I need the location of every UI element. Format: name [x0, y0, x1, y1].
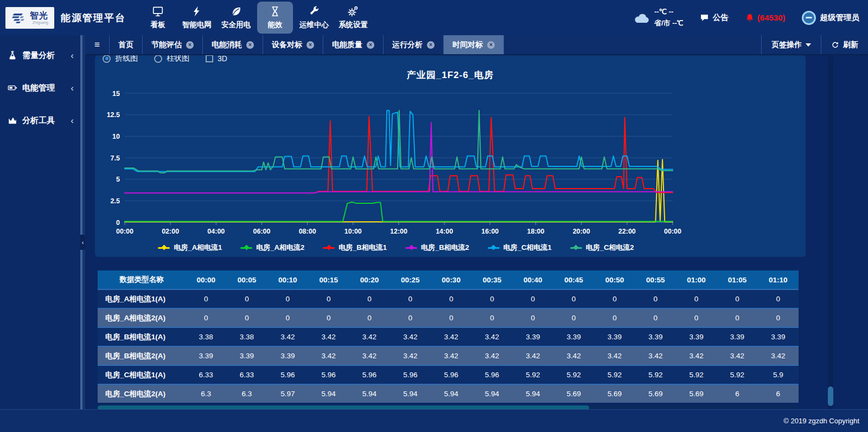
- value-cell: 0: [594, 308, 635, 327]
- tabs: 首页节能评估×电能消耗×设备对标×电能质量×运行分析×时间对标×: [110, 35, 504, 54]
- legend-item-5[interactable]: 电房_C相电流1: [488, 243, 552, 253]
- legend-item-6[interactable]: 电房_C相电流2: [570, 243, 634, 253]
- value-cell: 5.96: [267, 365, 308, 384]
- vertical-scrollbar: [828, 56, 833, 409]
- sidebar-item-2[interactable]: 电能管理‹: [0, 76, 80, 99]
- svg-text:10:00: 10:00: [344, 228, 362, 235]
- value-cell: 0: [717, 289, 757, 308]
- sidebar-item-label: 分析工具: [22, 115, 66, 126]
- tab-4[interactable]: 设备对标×: [263, 35, 323, 54]
- control-label: 柱状图: [167, 55, 189, 63]
- value-cell: 0: [267, 308, 308, 327]
- notice-label: 公告: [713, 12, 729, 23]
- table-row: 电房_A相电流1(A)000000000000000: [98, 289, 799, 308]
- alarm-count: (64530): [757, 13, 786, 22]
- value-cell: 6.3: [186, 384, 226, 403]
- legend-item-3[interactable]: 电房_B相电流1: [323, 243, 387, 253]
- alarm-button[interactable]: (64530): [745, 13, 786, 23]
- table-header-cell: 00:40: [513, 270, 553, 289]
- tab-close-icon[interactable]: ×: [246, 41, 254, 49]
- value-cell: 3.39: [513, 327, 553, 346]
- sidebar-item-1[interactable]: 需量分析‹: [0, 44, 80, 67]
- value-cell: 6.33: [186, 365, 226, 384]
- sidebar-collapse-handle[interactable]: ‹: [80, 235, 85, 250]
- nav-item-2[interactable]: 智能电网: [179, 2, 215, 34]
- radio-option-1[interactable]: 折线图: [103, 55, 138, 63]
- svg-text:14:00: 14:00: [436, 228, 453, 235]
- notice-button[interactable]: 公告: [700, 12, 729, 23]
- avatar: [802, 11, 816, 25]
- table-header-cell: 00:05: [226, 270, 267, 289]
- chart-title: 产业园_1F2-6_电房: [95, 69, 806, 81]
- value-cell: 0: [758, 308, 799, 327]
- tab-close-icon[interactable]: ×: [307, 41, 314, 49]
- tab-label: 电能质量: [332, 40, 362, 50]
- svg-text:15: 15: [112, 90, 120, 98]
- refresh-button[interactable]: 刷新: [821, 35, 868, 54]
- value-cell: 5.96: [431, 365, 471, 384]
- tab-label: 设备对标: [272, 40, 302, 50]
- legend-item-2[interactable]: 电房_A相电流2: [240, 243, 304, 253]
- value-cell: 3.39: [267, 346, 308, 365]
- tab-1[interactable]: 首页: [110, 35, 143, 54]
- value-cell: 5.94: [471, 384, 512, 403]
- table-row: 电房_C相电流2(A)6.36.35.975.945.945.945.945.9…: [98, 384, 799, 403]
- data-table-wrap: 数据类型名称00:0000:0500:1000:1500:2000:2500:3…: [98, 270, 799, 403]
- nav-item-5[interactable]: 运维中心: [296, 2, 332, 34]
- tab-label: 运行分析: [392, 40, 423, 50]
- tab-menu-toggle[interactable]: ≡: [85, 35, 110, 54]
- horizontal-scrollbar: [98, 405, 799, 409]
- tab-3[interactable]: 电能消耗×: [203, 35, 263, 54]
- nav-item-6[interactable]: 系统设置: [335, 2, 371, 34]
- chevron-left-icon: ‹: [71, 116, 74, 125]
- legend-marker-icon: [323, 247, 335, 249]
- nav-label: 运维中心: [299, 20, 329, 30]
- svg-text:16:00: 16:00: [481, 228, 499, 235]
- legend-item-1[interactable]: 电房_A相电流1: [158, 243, 222, 253]
- nav-item-3[interactable]: 安全用电: [218, 2, 254, 34]
- chart-card: 折线图柱状图3D 产业园_1F2-6_电房 02.557.51012.51500…: [95, 55, 806, 257]
- nav-item-4[interactable]: 能效: [257, 2, 293, 34]
- radio-option-2[interactable]: 柱状图: [154, 55, 189, 63]
- tab-close-icon[interactable]: ×: [367, 41, 374, 49]
- tab-label: 电能消耗: [212, 40, 242, 50]
- nav-item-1[interactable]: 看板: [140, 2, 176, 34]
- svg-text:18:00: 18:00: [527, 228, 545, 235]
- horizontal-scrollbar-thumb[interactable]: [98, 405, 589, 409]
- chart-type-controls: 折线图柱状图3D: [95, 55, 806, 66]
- value-cell: 0: [676, 289, 717, 308]
- tab-label: 时间对标: [452, 40, 483, 50]
- radio-icon: [154, 55, 162, 63]
- tab-6[interactable]: 运行分析×: [384, 35, 444, 54]
- legend-item-4[interactable]: 电房_B相电流2: [405, 243, 469, 253]
- value-cell: 5.92: [676, 365, 717, 384]
- tab-2[interactable]: 节能评估×: [143, 35, 203, 54]
- tab-close-icon[interactable]: ×: [427, 41, 435, 49]
- tab-5[interactable]: 电能质量×: [323, 35, 384, 54]
- table-header-cell: 00:55: [635, 270, 676, 289]
- hourglass-icon: [269, 5, 281, 17]
- value-cell: 5.96: [471, 365, 512, 384]
- value-cell: 3.42: [390, 327, 431, 346]
- body-row: 需量分析‹电能管理‹分析工具‹ ‹ ≡ 首页节能评估×电能消耗×设备对标×电能质…: [0, 35, 868, 409]
- value-cell: 3.42: [553, 346, 594, 365]
- checkbox-option-3[interactable]: 3D: [206, 55, 227, 63]
- tab-operations-dropdown[interactable]: 页签操作: [761, 35, 821, 54]
- value-cell: 5.94: [390, 384, 431, 403]
- value-cell: 5.69: [553, 384, 594, 403]
- sidebar-item-3[interactable]: 分析工具‹: [0, 109, 80, 132]
- weather-temp: --℃ --: [654, 7, 684, 17]
- refresh-icon: [831, 41, 839, 49]
- user-menu[interactable]: 超级管理员: [802, 11, 860, 25]
- svg-text:5: 5: [116, 176, 120, 183]
- tab-operations-label: 页签操作: [771, 40, 802, 50]
- tab-7[interactable]: 时间对标×: [444, 35, 504, 54]
- value-cell: 5.96: [349, 365, 390, 384]
- nav-label: 智能电网: [182, 20, 212, 30]
- tab-close-icon[interactable]: ×: [186, 41, 194, 49]
- vertical-scrollbar-thumb[interactable]: [828, 386, 833, 406]
- tab-close-icon[interactable]: ×: [487, 41, 495, 49]
- chart-legend: 电房_A相电流1电房_A相电流2电房_B相电流1电房_B相电流2电房_C相电流1…: [95, 243, 697, 253]
- tab-actions: 页签操作 刷新: [761, 35, 868, 54]
- table-header-cell: 数据类型名称: [98, 270, 186, 289]
